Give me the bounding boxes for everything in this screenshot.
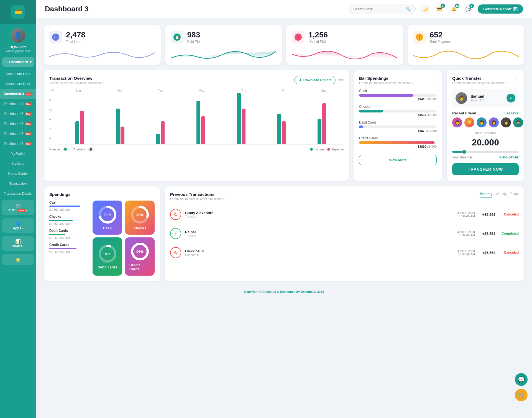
sidebar-item-transaction[interactable]: Transaction bbox=[0, 179, 36, 189]
spending-cat-credit-cards: Credit Cards $1,567 /$5,000 bbox=[49, 243, 88, 254]
transaction-overview-subtitle: Lorem ipsum dolor sit amet, consectetur bbox=[49, 81, 104, 84]
table-row: ↻ Hawkins Jr. Cashback June 4, 2020 05:3… bbox=[170, 243, 519, 262]
stat-card-unpaid-emi: 📌 1,256 Unpaid EMI bbox=[286, 25, 403, 65]
tx-date-3: June 4, 2020 05:34:45 AM bbox=[457, 249, 475, 256]
tx-type-2: Transfer bbox=[185, 234, 453, 237]
stat-card-total-loan: 🏷 2,478 Total Loan bbox=[44, 25, 161, 65]
tx-amount-2: +$5,553 bbox=[479, 232, 495, 236]
friend-avatar-5[interactable]: 👩 bbox=[501, 117, 511, 127]
content-area: 🏷 2,478 Total Loan 📋 bbox=[36, 18, 532, 418]
chart-legend: Number Analytics Income Expense bbox=[49, 147, 344, 151]
donut-debit-cards: 5% Debit cards bbox=[93, 237, 122, 276]
paid-emi-value: 983 bbox=[187, 30, 201, 39]
transfer-user-avatar: 👨 bbox=[456, 92, 467, 104]
float-support-btn[interactable]: 💬 bbox=[515, 373, 528, 386]
tab-weekly[interactable]: Weekly bbox=[496, 192, 507, 198]
chart-x-labels: SunMonTueWedThuFriSat bbox=[58, 89, 344, 92]
svg-text:5%: 5% bbox=[105, 252, 110, 256]
see-more-link[interactable]: See More bbox=[504, 111, 519, 115]
transfer-user-name: Samuel bbox=[470, 94, 484, 99]
quick-transfer-subtitle: Lorem ipsum dolor sit amet, consectetur bbox=[452, 81, 507, 84]
unpaid-emi-label: Unpaid EMI bbox=[308, 40, 328, 44]
sidebar-item-invoices[interactable]: Invoices bbox=[0, 159, 36, 169]
svg-text:96%: 96% bbox=[136, 250, 143, 254]
svg-text:💰: 💰 bbox=[417, 35, 421, 39]
sidebar-section-star[interactable]: ⭐ bbox=[2, 254, 34, 265]
new-badge: New bbox=[25, 122, 32, 125]
donut-credit-cards: 96% Credit Cards bbox=[125, 237, 155, 276]
view-more-button[interactable]: View More bbox=[359, 155, 437, 165]
sidebar-item-dashboard5[interactable]: Dashboard 5 New bbox=[0, 109, 36, 119]
transfer-now-button[interactable]: TRANSFER NOW bbox=[452, 163, 519, 175]
friend-avatar-6[interactable]: 🧔 bbox=[513, 117, 523, 127]
sidebar-logo[interactable]: 💳 bbox=[0, 0, 36, 24]
sidebar-item-cards-center[interactable]: Cards Center bbox=[0, 169, 36, 179]
transfer-check-icon: ✓ bbox=[507, 94, 515, 102]
generate-report-button[interactable]: Generate Report 📊 bbox=[478, 4, 523, 14]
sidebar-item-transaction-details[interactable]: Transaction Details bbox=[0, 189, 36, 199]
friend-avatar-4[interactable]: 👩 bbox=[489, 117, 499, 127]
sidebar-section-apps[interactable]: 🔷 Apps › bbox=[2, 218, 34, 233]
quick-transfer-more-icon[interactable]: ⋮ bbox=[514, 76, 519, 82]
total-payment-icon: 💰 bbox=[413, 31, 426, 43]
friend-avatar-2[interactable]: 👱 bbox=[464, 117, 474, 127]
tab-monthly[interactable]: Monthly bbox=[480, 192, 492, 198]
download-report-button[interactable]: ⬇ Download Report bbox=[294, 76, 336, 84]
bar-spendings-more-icon[interactable]: ⋮ bbox=[432, 76, 437, 82]
new-badge: New bbox=[25, 102, 32, 106]
sidebar-item-dashboard8[interactable]: Dashboard 8 New bbox=[0, 139, 36, 149]
friend-avatar-1[interactable]: 👩 bbox=[452, 117, 462, 127]
recent-friend-label: Recent Friend bbox=[452, 111, 476, 115]
prev-tx-tabs: Monthly Weekly Today bbox=[480, 192, 519, 198]
sidebar-item-my-wallet[interactable]: My Wallet bbox=[0, 149, 36, 159]
tx-date-1: June 5, 2020 05:34:45 AM bbox=[457, 211, 475, 218]
total-payment-value: 652 bbox=[430, 30, 451, 39]
total-loan-icon: 🏷 bbox=[49, 31, 62, 43]
bar-spendings-title: Bar Spendings bbox=[359, 76, 413, 81]
sidebar-item-dashboard4[interactable]: Dashboard 4 New bbox=[0, 99, 36, 109]
sidebar-nav: Dashboard Light Dashboard Dark Dashboard… bbox=[0, 69, 36, 418]
sidebar-item-dashboard-dark[interactable]: Dashboard Dark bbox=[0, 79, 36, 89]
table-row: ↻ Cindy Alexandro Transfer June 5, 2020 … bbox=[170, 205, 519, 224]
tx-name-1: Cindy Alexandro bbox=[185, 211, 453, 215]
sidebar-item-dashboard7[interactable]: Dashboard 7 New bbox=[0, 129, 36, 139]
search-box[interactable]: 🔍 bbox=[349, 4, 416, 14]
tx-name-2: Paipal bbox=[185, 230, 453, 234]
previous-transactions-card: Previous Transactions Lorem ipsum dolor … bbox=[165, 186, 524, 281]
tx-date-2: June 4, 2020 05:34:45 AM bbox=[457, 230, 475, 237]
tx-status-3: Canceled bbox=[499, 251, 519, 255]
notification-btn[interactable]: 🔔 12 bbox=[449, 4, 459, 14]
sidebar-item-dashboard6[interactable]: Dashboard 6 New bbox=[0, 119, 36, 129]
new-badge: New bbox=[25, 142, 32, 145]
tx-amount-3: +$5,553 bbox=[479, 251, 495, 255]
sidebar-email: william@gmail.com bbox=[6, 50, 30, 53]
chat-btn[interactable]: 💬 5 bbox=[463, 4, 473, 14]
sidebar-section-charts[interactable]: 📊 Charts › bbox=[2, 236, 34, 251]
quick-transfer-title: Quick Transfer bbox=[452, 76, 507, 81]
page-title: Dashboard 3 bbox=[45, 5, 89, 13]
more-options-icon[interactable]: ••• bbox=[338, 77, 344, 83]
search-input[interactable] bbox=[353, 7, 403, 11]
spendings-donuts: 71% Cash 30% Checks bbox=[93, 201, 155, 276]
float-cart-btn[interactable]: 🛒 bbox=[515, 389, 528, 401]
sidebar-section-cms[interactable]: ⚙️ CMS New › bbox=[2, 200, 34, 215]
tab-today[interactable]: Today bbox=[510, 192, 519, 198]
wallet-btn[interactable]: 💳 2 bbox=[434, 4, 444, 14]
sidebar-item-dashboard3[interactable]: Dashboard 3 New bbox=[0, 89, 36, 99]
sidebar-item-dashboard-light[interactable]: Dashboard Light bbox=[0, 69, 36, 79]
dashboard-menu-btn[interactable]: ⊞ Dashboard ▾ bbox=[2, 57, 34, 67]
header-right: 🔍 🌙 💳 2 🔔 12 💬 5 Generate Report 📊 bbox=[349, 4, 523, 14]
recent-friends-list: 👩 👱 🧑 👩 👩 🧔 bbox=[452, 117, 519, 127]
prev-tx-subtitle: Lorem ipsum dolor sit amet, consectetur bbox=[170, 197, 224, 201]
theme-toggle-btn[interactable]: 🌙 bbox=[420, 4, 430, 14]
friend-avatar-3[interactable]: 🧑 bbox=[477, 117, 487, 127]
svg-text:🏷: 🏷 bbox=[54, 35, 58, 39]
sidebar: 💳 👤 Hi,William william@gmail.com ⊞ Dashb… bbox=[0, 0, 36, 418]
new-badge: New bbox=[25, 132, 32, 135]
moon-icon: 🌙 bbox=[422, 6, 428, 12]
floating-buttons: 💬 🛒 bbox=[515, 373, 528, 401]
bar-spendings-subtitle: Lorem ipsum dolor sit amet, consectetur bbox=[359, 81, 413, 84]
tx-icon-3: ↻ bbox=[170, 247, 181, 258]
svg-text:71%: 71% bbox=[104, 213, 111, 217]
amount-slider[interactable] bbox=[452, 151, 519, 153]
